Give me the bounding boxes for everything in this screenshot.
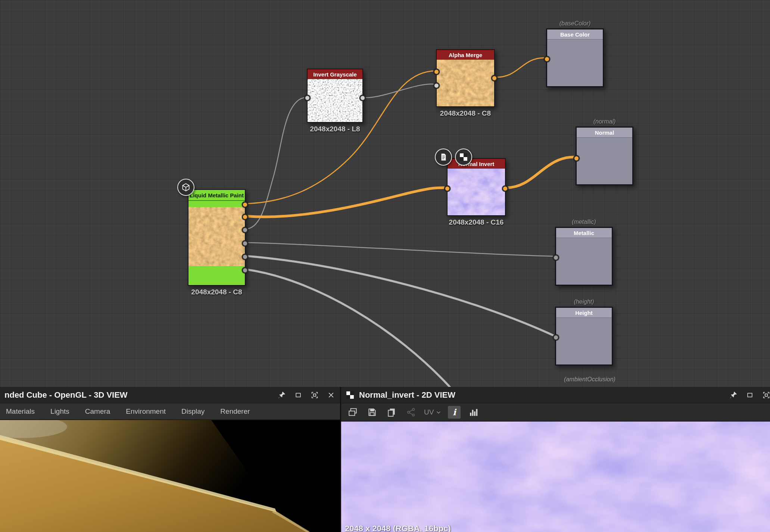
input-port[interactable]: [444, 185, 451, 192]
share-link-icon[interactable]: [405, 406, 417, 419]
float-window-icon[interactable]: [294, 391, 303, 400]
output-title: Height: [556, 308, 612, 318]
output-port-normal[interactable]: [242, 214, 248, 220]
panel-3d-view: nded Cube - OpenGL - 3D VIEW: [0, 387, 341, 532]
image-size-status: 2048 x 2048 (RGBA, 16bpc): [345, 524, 451, 532]
output-port[interactable]: [359, 95, 366, 101]
input-port-rgb[interactable]: [433, 69, 440, 75]
chevron-down-icon: [436, 410, 441, 415]
node-thumbnail-alpha-merge: [437, 60, 494, 106]
output-tag: (normal): [593, 118, 616, 125]
output-port[interactable]: [491, 75, 498, 81]
menu-renderer[interactable]: Renderer: [220, 407, 250, 416]
3d-view-titlebar[interactable]: nded Cube - OpenGL - 3D VIEW: [0, 387, 340, 403]
output-title: Base Color: [547, 29, 603, 40]
export-image-icon[interactable]: [346, 406, 359, 419]
3d-viewport-rounded-cube[interactable]: [0, 420, 340, 532]
output-node-normal[interactable]: (normal) Normal: [576, 126, 633, 185]
cube-3d-icon[interactable]: [177, 179, 194, 196]
uv-label: UV: [424, 408, 434, 416]
checker-usage-icon[interactable]: [455, 148, 472, 166]
uv-mode-dropdown[interactable]: UV: [424, 408, 441, 416]
menu-lights[interactable]: Lights: [50, 407, 69, 416]
node-caption: 2048x2048 - L8: [310, 125, 360, 133]
checker-thumbnail-icon: [346, 391, 355, 400]
maximize-icon[interactable]: [762, 391, 770, 400]
pin-icon[interactable]: [277, 391, 286, 400]
3d-view-menubar: Materials Lights Camera Environment Disp…: [0, 403, 340, 420]
node-thumbnail-normal: [448, 169, 505, 215]
menu-environment[interactable]: Environment: [126, 407, 166, 416]
input-port[interactable]: [553, 254, 559, 261]
output-title: Normal: [577, 128, 632, 138]
wire-normalinvert-to-normal[interactable]: [506, 157, 576, 188]
output-port-basecolor[interactable]: [242, 201, 248, 208]
input-port[interactable]: [304, 95, 311, 101]
node-alpha-merge[interactable]: Alpha Merge 2048x2048 - C8: [436, 49, 495, 107]
output-tag-ambientocclusion: (ambientOcclusion): [551, 376, 629, 383]
output-port-ambientocclusion[interactable]: [242, 267, 248, 273]
wire-alphamerge-to-basecolor[interactable]: [495, 58, 546, 77]
2d-viewport-normal-map[interactable]: 2048 x 2048 (RGBA, 16bpc): [341, 422, 770, 532]
copy-icon[interactable]: [385, 406, 398, 419]
3d-view-title: nded Cube - OpenGL - 3D VIEW: [4, 390, 128, 400]
text-document-icon[interactable]: [435, 148, 452, 166]
input-port-alpha[interactable]: [433, 82, 440, 89]
output-title: Metallic: [556, 228, 612, 238]
wire-paint-to-metallic[interactable]: [246, 242, 555, 256]
output-node-metallic[interactable]: (metallic) Metallic: [555, 227, 613, 286]
float-window-icon[interactable]: [745, 391, 754, 400]
wire-paint-to-height[interactable]: [246, 256, 555, 336]
info-i-glyph: i: [453, 408, 456, 416]
output-tag: (height): [574, 298, 594, 305]
histogram-icon[interactable]: [467, 406, 480, 419]
wire-paint-to-normalinvert[interactable]: [246, 188, 447, 217]
panel-2d-view: Normal_invert - 2D VIEW: [341, 387, 770, 532]
output-port-metallic[interactable]: [242, 240, 248, 247]
wires-layer: [0, 0, 770, 387]
menu-materials[interactable]: Materials: [6, 407, 35, 416]
input-port[interactable]: [553, 334, 559, 341]
menu-camera[interactable]: Camera: [85, 407, 110, 416]
pin-icon[interactable]: [729, 391, 738, 400]
2d-view-title: Normal_invert - 2D VIEW: [359, 390, 455, 400]
output-node-height[interactable]: (height) Height: [555, 307, 613, 366]
node-thumbnail-grayscale: [308, 79, 362, 122]
close-icon[interactable]: [327, 391, 336, 400]
output-tag: (baseColor): [559, 20, 591, 27]
node-thumbnail-paint: [188, 207, 245, 266]
node-invert-grayscale[interactable]: Invert Grayscale 2048x2048 - L8: [307, 69, 363, 123]
information-toggle-button[interactable]: i: [448, 406, 461, 419]
input-port[interactable]: [573, 155, 580, 162]
node-caption: 2048x2048 - C8: [191, 288, 242, 296]
output-tag: (metallic): [572, 219, 596, 225]
output-port[interactable]: [502, 185, 508, 192]
2d-view-toolbar: UV i: [341, 403, 770, 421]
wire-invert-to-alphamerge[interactable]: [362, 84, 436, 98]
input-port[interactable]: [544, 56, 550, 62]
wire-paint-to-invert[interactable]: [246, 97, 307, 229]
node-title: Invert Grayscale: [308, 69, 362, 79]
save-icon[interactable]: [366, 406, 378, 419]
2d-view-titlebar[interactable]: Normal_invert - 2D VIEW: [341, 387, 770, 403]
node-liquid-metallic-paint[interactable]: Liquid Metallic Paint 2048x2048 - C8: [188, 189, 246, 286]
output-port-roughness[interactable]: [242, 227, 248, 233]
node-normal-invert[interactable]: Normal Invert: [447, 158, 506, 216]
node-caption: 2048x2048 - C8: [440, 109, 491, 118]
node-title: Alpha Merge: [437, 50, 494, 60]
output-port-height[interactable]: [242, 254, 248, 260]
menu-display[interactable]: Display: [181, 407, 205, 416]
node-title: Liquid Metallic Paint: [188, 190, 245, 201]
output-node-basecolor[interactable]: (baseColor) Base Color: [546, 28, 604, 87]
node-caption: 2048x2048 - C16: [449, 218, 504, 226]
maximize-icon[interactable]: [310, 391, 319, 400]
